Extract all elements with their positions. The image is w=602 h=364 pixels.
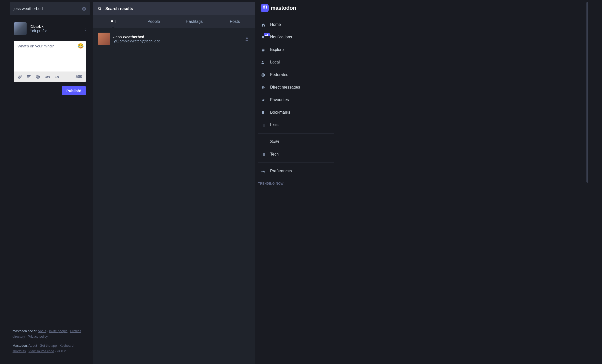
svg-rect-16 — [263, 125, 265, 125]
footer-mastodon: Mastodon — [13, 344, 27, 347]
nav-label: Favourites — [270, 98, 289, 102]
footer-about-link[interactable]: About — [38, 329, 46, 333]
footer-invite-link[interactable]: Invite people — [49, 329, 67, 333]
tab-all[interactable]: All — [93, 15, 133, 28]
nav-item-tech[interactable]: Tech — [258, 148, 334, 161]
nav-item-federated[interactable]: Federated — [258, 68, 334, 81]
svg-point-25 — [262, 154, 262, 155]
nav-label: Explore — [270, 47, 284, 52]
attach-icon[interactable] — [18, 75, 22, 79]
svg-rect-23 — [263, 143, 265, 143]
poll-icon[interactable] — [27, 75, 31, 79]
svg-point-5 — [98, 7, 101, 10]
svg-point-7 — [246, 38, 248, 39]
nav-item-lists[interactable]: Lists — [258, 119, 334, 131]
logo-mark-icon — [261, 4, 269, 12]
nav-item-explore[interactable]: Explore — [258, 43, 334, 56]
hashtag-icon — [261, 47, 266, 52]
logo-text: mastodon — [271, 5, 296, 11]
gear-icon — [261, 169, 266, 173]
nav-item-scifi[interactable]: SciFi — [258, 135, 334, 148]
language-button[interactable]: EN — [55, 75, 59, 79]
svg-point-30 — [263, 171, 264, 172]
nav-label: SciFi — [270, 139, 279, 144]
svg-point-11 — [263, 87, 264, 88]
nav-divider — [258, 163, 334, 163]
profile-row: @barbk Edit profile ⋮ — [10, 22, 90, 41]
nav-label: Home — [270, 22, 281, 27]
emoji-picker-icon[interactable]: 😂 — [78, 43, 84, 49]
nav-item-preferences[interactable]: Preferences — [258, 165, 334, 177]
footer-source-link[interactable]: View source code — [29, 349, 54, 353]
tab-posts[interactable]: Posts — [214, 15, 255, 28]
svg-point-20 — [262, 143, 262, 143]
svg-rect-21 — [263, 141, 265, 141]
nav-label: Federated — [270, 72, 288, 77]
scrollbar[interactable] — [586, 2, 588, 183]
svg-rect-2 — [27, 77, 30, 77]
follow-icon[interactable] — [245, 36, 250, 42]
list-icon — [261, 123, 266, 127]
svg-rect-22 — [263, 142, 265, 142]
tab-people[interactable]: People — [133, 15, 174, 28]
compose-box: What's on your mind? 😂 CW EN 500 — [14, 41, 86, 82]
nav-divider — [258, 133, 334, 133]
footer-privacy-link[interactable]: Privacy policy — [28, 335, 48, 338]
tab-hashtags[interactable]: Hashtags — [174, 15, 215, 28]
nav-item-notifications[interactable]: 16Notifications — [258, 31, 334, 43]
search-input[interactable] — [14, 7, 82, 11]
svg-rect-1 — [27, 75, 31, 76]
clear-search-icon[interactable] — [82, 6, 86, 11]
compose-placeholder: What's on your mind? — [18, 44, 54, 48]
svg-point-13 — [262, 125, 262, 125]
compose-textarea[interactable]: What's on your mind? 😂 — [14, 41, 86, 71]
svg-rect-29 — [263, 155, 265, 156]
svg-point-26 — [262, 155, 262, 156]
footer-about2-link[interactable]: About — [29, 344, 37, 347]
svg-rect-28 — [263, 154, 265, 155]
svg-line-6 — [100, 9, 101, 10]
search-box[interactable] — [10, 2, 90, 15]
globe-icon — [261, 72, 266, 77]
nav-divider — [258, 190, 334, 190]
result-avatar[interactable] — [98, 33, 110, 45]
char-count: 500 — [76, 75, 82, 79]
nav-item-local[interactable]: Local — [258, 56, 334, 68]
at-icon — [261, 85, 266, 90]
edit-profile-link[interactable]: Edit profile — [30, 29, 81, 33]
footer-version: v4.0.2 — [57, 349, 66, 353]
visibility-icon[interactable] — [36, 75, 40, 79]
publish-button[interactable]: Publish! — [62, 86, 86, 95]
svg-rect-3 — [27, 78, 29, 78]
footer-instance: mastodon.social — [13, 329, 36, 333]
nav-label: Local — [270, 60, 280, 64]
home-icon — [261, 22, 266, 27]
list-icon — [261, 152, 266, 157]
nav-item-home[interactable]: Home — [258, 18, 334, 31]
compose-toolbar: CW EN 500 — [14, 71, 86, 82]
svg-point-24 — [262, 153, 262, 154]
bookmark-icon — [261, 110, 266, 115]
nav-item-bookmarks[interactable]: Bookmarks — [258, 106, 334, 119]
footer-getapp-link[interactable]: Get the app — [40, 344, 57, 347]
avatar[interactable] — [14, 22, 27, 35]
nav-label: Bookmarks — [270, 110, 290, 115]
results-list: Jess Weatherbed @ZombieWretch@tech.lgbt — [93, 28, 255, 364]
tabs: All People Hashtags Posts — [93, 15, 255, 28]
nav-label: Preferences — [270, 169, 292, 173]
nav-item-favourites[interactable]: Favourites — [258, 94, 334, 106]
profile-handle[interactable]: @barbk — [30, 24, 81, 29]
kebab-menu-icon[interactable]: ⋮ — [81, 24, 90, 34]
nav-label: Tech — [270, 152, 279, 157]
list-icon — [261, 139, 266, 144]
svg-point-8 — [262, 61, 263, 62]
cw-button[interactable]: CW — [45, 75, 50, 79]
nav-item-direct-messages[interactable]: Direct messages — [258, 81, 334, 94]
center-header: Search results — [93, 2, 255, 15]
logo[interactable]: mastodon — [258, 4, 334, 18]
result-handle: @ZombieWretch@tech.lgbt — [113, 39, 245, 43]
search-icon — [98, 7, 102, 11]
star-icon — [261, 98, 266, 102]
result-row[interactable]: Jess Weatherbed @ZombieWretch@tech.lgbt — [93, 28, 255, 50]
trending-header: TRENDING NOW — [258, 177, 334, 188]
